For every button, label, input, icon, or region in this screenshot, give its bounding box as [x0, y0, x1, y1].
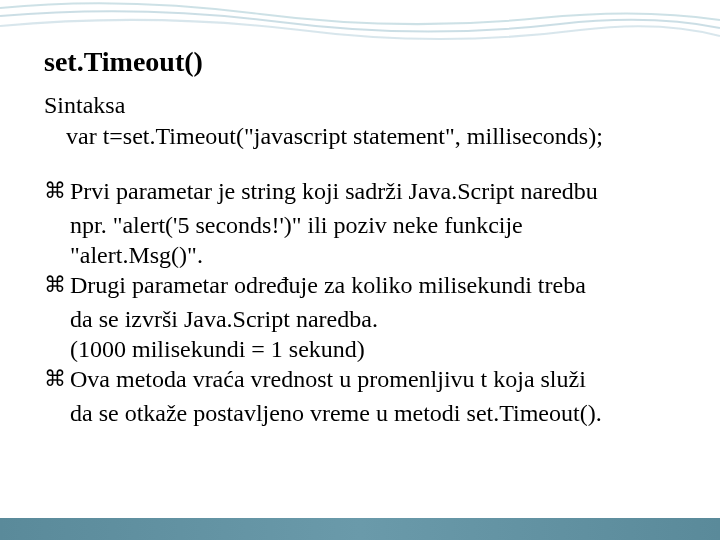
bullet-text: Prvi parametar je string koji sadrži Jav… [70, 176, 598, 206]
syntax-code: var t=set.Timeout("javascript statement"… [66, 123, 676, 150]
slide-title: set.Timeout() [44, 46, 676, 78]
bottom-decoration [0, 518, 720, 540]
bullet-1: ⌘ Prvi parametar je string koji sadrži J… [44, 176, 676, 206]
bullet-3-line-1: da se otkaže postavljeno vreme u metodi … [70, 398, 676, 428]
bullet-2: ⌘ Drugi parametar određuje za koliko mil… [44, 270, 676, 300]
bullet-text: Ova metoda vraća vrednost u promenljivu … [70, 364, 586, 394]
bullet-1-line-1: npr. "alert('5 seconds!')" ili poziv nek… [70, 210, 676, 240]
bullet-icon: ⌘ [44, 270, 66, 300]
slide-content: set.Timeout() Sintaksa var t=set.Timeout… [44, 46, 676, 428]
bullet-1-line-2: "alert.Msg()". [70, 240, 676, 270]
bullet-text: Drugi parametar određuje za koliko milis… [70, 270, 586, 300]
bullet-icon: ⌘ [44, 176, 66, 206]
bullet-3: ⌘ Ova metoda vraća vrednost u promenljiv… [44, 364, 676, 394]
bullet-2-line-2: (1000 milisekundi = 1 sekund) [70, 334, 676, 364]
bullet-icon: ⌘ [44, 364, 66, 394]
syntax-label: Sintaksa [44, 92, 676, 119]
bullet-2-line-1: da se izvrši Java.Script naredba. [70, 304, 676, 334]
